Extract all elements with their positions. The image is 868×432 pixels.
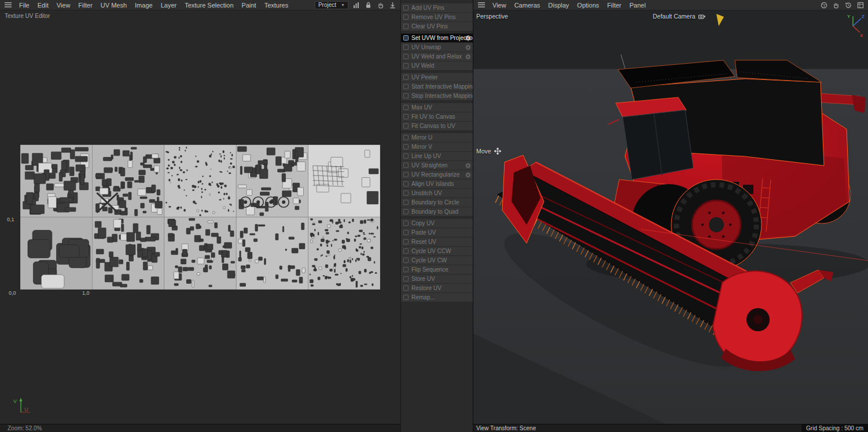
command-store-uv[interactable]: Store UV <box>401 274 473 283</box>
menu-view[interactable]: View <box>53 1 75 9</box>
command-add-uv-pins[interactable]: Add UV Pins <box>401 3 473 12</box>
command-fit-canvas-to-uv[interactable]: Fit Canvas to UV <box>401 122 473 130</box>
command-uv-weld[interactable]: UV Weld <box>401 61 473 70</box>
uv-canvas[interactable] <box>20 145 380 290</box>
command-flip-sequence[interactable]: Flip Sequence <box>401 265 473 274</box>
hamburger-menu-icon[interactable] <box>478 2 485 8</box>
viewport-canvas[interactable] <box>473 10 868 424</box>
command-uv-weld-and-relax[interactable]: UV Weld and Relax <box>401 52 473 61</box>
menu-textures[interactable]: Textures <box>260 1 293 9</box>
menu-layer[interactable]: Layer <box>157 1 181 9</box>
command-icon <box>403 45 409 50</box>
command-reset-uv[interactable]: Reset UV <box>401 237 473 246</box>
project-dropdown[interactable]: Project ▼ <box>315 1 348 9</box>
menu-view[interactable]: View <box>488 1 510 9</box>
history-icon[interactable] <box>844 1 852 9</box>
menu-texture-selection[interactable]: Texture Selection <box>181 1 237 9</box>
command-cycle-uv-ccw[interactable]: Cycle UV CCW <box>401 247 473 255</box>
command-icon <box>403 181 409 186</box>
hand-icon[interactable] <box>376 1 385 9</box>
menu-paint[interactable]: Paint <box>238 1 260 9</box>
command-line-up-uv[interactable]: Line Up UV <box>401 152 473 160</box>
menu-file[interactable]: File <box>15 1 34 9</box>
command-stop-interactive-mapping[interactable]: Stop Interactive Mapping <box>401 91 473 100</box>
command-restore-uv[interactable]: Restore UV <box>401 284 473 292</box>
command-boundary-to-circle[interactable]: Boundary to Circle <box>401 198 473 207</box>
gear-icon[interactable] <box>465 54 471 60</box>
command-label: Remap... <box>411 294 435 301</box>
menu-display[interactable]: Display <box>544 1 573 9</box>
hand-icon[interactable] <box>832 1 840 9</box>
lock-icon[interactable] <box>364 1 373 9</box>
command-icon <box>403 93 409 98</box>
view-label[interactable]: Perspective <box>476 13 508 20</box>
command-icon <box>403 191 409 196</box>
command-label: UV Peeler <box>411 74 438 80</box>
command-unstitch-uv[interactable]: Unstitch UV <box>401 189 473 197</box>
gear-icon[interactable] <box>465 163 471 169</box>
command-label: Reset UV <box>411 239 436 245</box>
viewport-menubar: ViewCamerasDisplayOptionsFilterPanel <box>473 0 868 10</box>
command-boundary-to-quad[interactable]: Boundary to Quad <box>401 207 473 216</box>
gear-icon[interactable] <box>465 35 471 41</box>
histogram-icon[interactable] <box>352 1 361 9</box>
command-label: Start Interactive Mapping <box>411 83 473 90</box>
palette-icon[interactable] <box>819 1 828 9</box>
menu-panel[interactable]: Panel <box>626 1 650 9</box>
camera-label[interactable]: Default Camera <box>653 13 705 20</box>
menu-edit[interactable]: Edit <box>34 1 53 9</box>
command-icon <box>403 153 409 159</box>
zoom-status: Zoom: 52.0% <box>8 425 42 431</box>
command-mirror-v[interactable]: Mirror V <box>401 142 473 151</box>
command-label: Fit Canvas to UV <box>411 123 455 129</box>
command-uv-straighten[interactable]: UV Straighten <box>401 161 473 170</box>
menu-cameras[interactable]: Cameras <box>510 1 545 9</box>
application-window: FileEditViewFilterUV MeshImageLayerTextu… <box>0 0 868 432</box>
command-icon <box>403 35 409 41</box>
download-icon[interactable] <box>388 1 397 9</box>
command-label: Set UVW from Projection <box>411 35 473 41</box>
menu-filter[interactable]: Filter <box>74 1 96 9</box>
command-align-uv-islands[interactable]: Align UV Islands <box>401 180 473 188</box>
texture-uv-editor-pane: FileEditViewFilterUV MeshImageLayerTextu… <box>0 0 401 432</box>
command-cycle-uv-cw[interactable]: Cycle UV CW <box>401 256 473 265</box>
command-set-uvw-from-projection[interactable]: Set UVW from Projection <box>401 34 473 42</box>
gear-icon[interactable] <box>465 172 471 178</box>
command-uv-unwrap[interactable]: UV Unwrap <box>401 43 473 52</box>
command-start-interactive-mapping[interactable]: Start Interactive Mapping <box>401 82 473 91</box>
uv-axis-indicator: V U <box>10 396 35 416</box>
menu-image[interactable]: Image <box>131 1 157 9</box>
command-clear-uv-pins[interactable]: Clear UV Pins <box>401 22 473 31</box>
command-paste-uv[interactable]: Paste UV <box>401 228 473 237</box>
command-fit-uv-to-canvas[interactable]: Fit UV to Canvas <box>401 112 473 121</box>
command-label: Cycle UV CCW <box>411 248 451 254</box>
menu-filter[interactable]: Filter <box>603 1 625 9</box>
command-remap[interactable]: Remap... <box>401 293 473 302</box>
command-mirror-u[interactable]: Mirror U <box>401 133 473 142</box>
command-icon <box>403 54 409 59</box>
command-remove-uv-pins[interactable]: Remove UV Pins <box>401 13 473 21</box>
command-uv-rectangularize[interactable]: UV Rectangularize <box>401 170 473 179</box>
command-uv-peeler[interactable]: UV Peeler <box>401 73 473 82</box>
viewport-3d[interactable]: Perspective Default Camera Move Y Z X <box>473 10 868 424</box>
command-icon <box>403 285 409 291</box>
menu-options[interactable]: Options <box>573 1 603 9</box>
uv-editor-menus: FileEditViewFilterUV MeshImageLayerTextu… <box>15 1 292 9</box>
command-label: Fit UV to Canvas <box>411 114 455 120</box>
menu-uv-mesh[interactable]: UV Mesh <box>97 1 131 9</box>
layout-icon[interactable] <box>856 1 865 9</box>
command-max-uv[interactable]: Max UV <box>401 103 473 112</box>
command-icon <box>403 24 409 29</box>
command-icon <box>403 14 409 20</box>
axis-u-label: U <box>24 407 28 412</box>
grid-spacing-status: Grid Spacing : 500 cm <box>801 424 868 432</box>
command-icon <box>403 84 409 89</box>
hamburger-menu-icon[interactable] <box>5 2 12 8</box>
gear-icon[interactable] <box>465 45 471 50</box>
view-axis-gizmo[interactable]: Y Z X <box>845 12 866 38</box>
command-label: Remove UV Pins <box>411 14 455 20</box>
command-copy-uv[interactable]: Copy UV <box>401 219 473 228</box>
command-icon <box>403 105 409 110</box>
command-label: Add UV Pins <box>411 5 444 11</box>
command-label: Max UV <box>411 104 432 111</box>
